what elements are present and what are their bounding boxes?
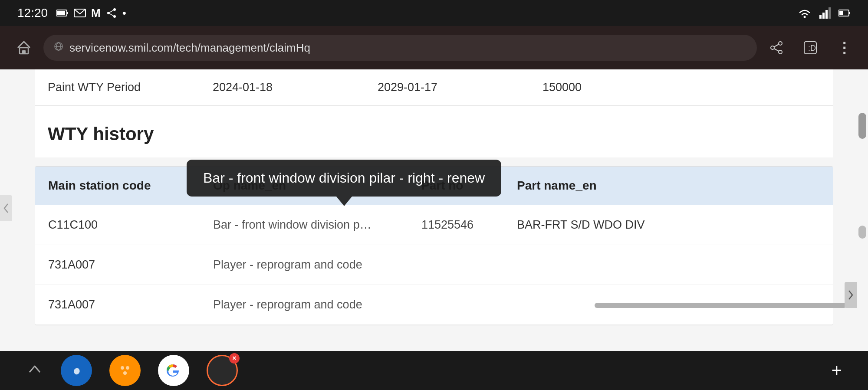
svg-line-25: [774, 49, 779, 51]
svg-rect-15: [849, 12, 850, 14]
partial-col3: 2029-01-17: [378, 81, 542, 94]
cell-op-name-1: Bar - front window division p…: [213, 218, 421, 232]
url-text: servicenow.smil.com/tech/management/clai…: [69, 41, 310, 55]
svg-rect-2: [57, 11, 65, 15]
svg-line-8: [109, 14, 113, 16]
share-button[interactable]: [766, 37, 787, 59]
new-tab-button[interactable]: +: [831, 360, 842, 381]
right-nav-arrow[interactable]: [845, 282, 857, 308]
svg-rect-10: [819, 15, 822, 19]
left-nav-arrow[interactable]: [0, 195, 12, 221]
circle-app-container[interactable]: ×: [207, 355, 238, 386]
vertical-scrollbar-thumb[interactable]: [858, 113, 866, 139]
home-button[interactable]: [13, 37, 35, 59]
svg-point-6: [113, 15, 116, 18]
svg-point-9: [804, 16, 806, 18]
battery-icon: [56, 9, 69, 17]
nav-bar-left: ×: [26, 355, 238, 386]
status-bar-right: [798, 7, 851, 19]
app-icon-2[interactable]: [109, 355, 141, 386]
svg-line-24: [774, 44, 779, 47]
section-header: WTY history: [35, 106, 833, 157]
dot-indicator: •: [122, 7, 126, 20]
signal-icon: [819, 7, 831, 19]
section-title: WTY history: [48, 124, 820, 144]
svg-point-23: [779, 50, 782, 54]
close-badge: ×: [229, 353, 240, 364]
url-bar[interactable]: servicenow.smil.com/tech/management/clai…: [43, 35, 757, 61]
cell-part-name-1: BAR-FRT S/D WDO DIV: [517, 218, 820, 232]
svg-point-30: [121, 366, 124, 370]
tooltip-box: Bar - front window division pilar - righ…: [187, 160, 501, 197]
mail-icon: [74, 9, 86, 17]
share-icon: [106, 7, 117, 19]
close-badge-icon: ×: [232, 354, 236, 362]
partial-col2: 2024-01-18: [213, 81, 378, 94]
svg-point-5: [107, 12, 110, 14]
m-icon: M: [91, 7, 101, 20]
svg-rect-18: [22, 50, 26, 54]
table-row[interactable]: 731A007 Player - reprogram and code: [35, 245, 833, 285]
battery-small-icon: [838, 9, 851, 17]
svg-rect-12: [825, 10, 828, 19]
svg-point-32: [123, 371, 127, 375]
status-bar: 12:20 M •: [0, 0, 868, 26]
partial-col4: 150000: [542, 81, 629, 94]
horizontal-scrollbar[interactable]: [35, 302, 846, 309]
tooltip-text: Bar - front window division pilar - righ…: [203, 170, 485, 186]
table-row[interactable]: C11C100 Bar - front window division p… 1…: [35, 205, 833, 245]
svg-point-31: [126, 366, 129, 370]
browser-bar: servicenow.smil.com/tech/management/clai…: [0, 26, 868, 69]
svg-rect-1: [67, 12, 68, 14]
svg-line-7: [109, 10, 113, 13]
svg-point-29: [118, 364, 132, 377]
status-bar-left: 12:20 M •: [17, 6, 126, 20]
svg-rect-13: [829, 7, 831, 19]
partial-row: Paint WTY Period 2024-01-18 2029-01-17 1…: [35, 69, 833, 106]
wifi-icon: [798, 7, 812, 19]
tooltip-overlay: Bar - front window division pilar - righ…: [187, 160, 501, 206]
svg-text::D: :D: [808, 44, 816, 52]
svg-point-22: [771, 46, 774, 49]
back-button[interactable]: [26, 360, 43, 381]
google-icon[interactable]: [158, 355, 189, 386]
svg-rect-11: [822, 13, 825, 19]
scrollbar-thumb[interactable]: [595, 303, 846, 308]
scrollbar-track: [35, 303, 846, 308]
tooltip-arrow: [336, 197, 352, 206]
status-icons: M •: [56, 7, 126, 20]
partial-col1: Paint WTY Period: [48, 81, 213, 94]
more-options-button[interactable]: ⋮: [833, 37, 855, 59]
svg-rect-16: [839, 11, 843, 15]
svg-point-21: [779, 42, 782, 45]
tab-switcher-button[interactable]: :D: [799, 37, 821, 59]
nav-bar-right: +: [831, 360, 842, 381]
svg-point-4: [113, 8, 116, 11]
browser-actions: :D ⋮: [766, 37, 855, 59]
cell-part-no-1: 11525546: [421, 218, 517, 232]
cell-station-code-2: 731A007: [48, 258, 213, 272]
content-area: Paint WTY Period 2024-01-18 2029-01-17 1…: [0, 69, 868, 351]
vertical-scrollbar-thumb-2[interactable]: [858, 226, 866, 239]
th-part-name: Part name_en: [517, 179, 820, 193]
time-display: 12:20: [17, 6, 48, 20]
app-icon-1[interactable]: [61, 355, 92, 386]
cell-op-name-2: Player - reprogram and code: [213, 258, 421, 272]
nav-bar: × +: [0, 351, 868, 390]
url-security-icon: [54, 42, 63, 54]
cell-station-code-1: C11C100: [48, 218, 213, 232]
